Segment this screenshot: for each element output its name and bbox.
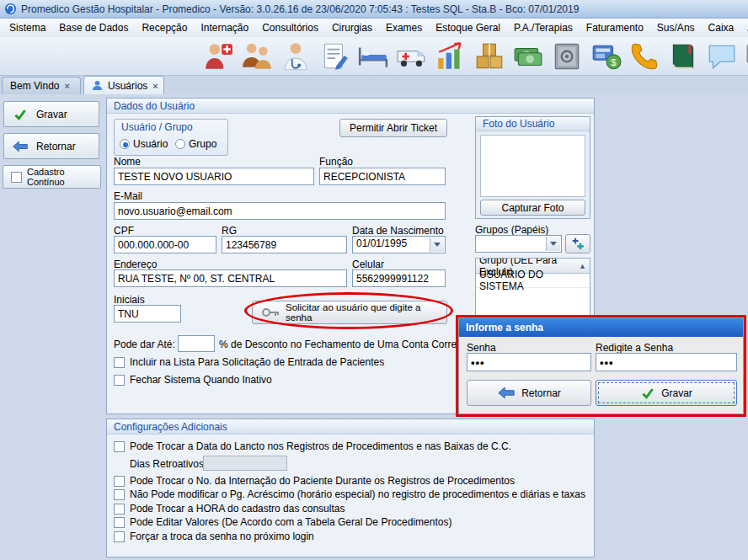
- reception-icon[interactable]: [241, 40, 273, 72]
- chevron-down-icon[interactable]: [430, 237, 444, 252]
- celular-label: Celular: [352, 259, 384, 270]
- funcao-input[interactable]: [319, 168, 446, 185]
- checkbox-box[interactable]: [114, 375, 125, 386]
- billing-icon[interactable]: [512, 40, 544, 72]
- menu-item-caixa[interactable]: Caixa: [706, 20, 737, 35]
- menu-item-sistema[interactable]: Sistema: [7, 20, 48, 35]
- checkbox-box[interactable]: [114, 517, 125, 528]
- checkbox-editar-valores[interactable]: Pode Editar Valores (De Acordo com a Tab…: [114, 516, 451, 528]
- permitir-abrir-ticket-button[interactable]: Permitir Abrir Ticket: [339, 119, 447, 137]
- menu-item-estoque-geral[interactable]: Estoque Geral: [433, 20, 503, 35]
- retornar-button[interactable]: Retornar: [3, 133, 99, 159]
- rg-input[interactable]: [222, 236, 347, 253]
- capturar-foto-label: Capturar Foto: [501, 202, 564, 214]
- checkbox-forcar-troca-senha[interactable]: Forçar a troca da senha no próximo login: [114, 531, 314, 542]
- cash-register-icon[interactable]: $: [590, 40, 622, 72]
- doctor-icon[interactable]: [280, 40, 312, 72]
- cadastro-continuo-label: Cadastro Contínuo: [27, 167, 93, 187]
- menu-item-internacao[interactable]: Internação: [198, 20, 251, 35]
- usuario-grupo-box: Usuário / Grupo Usuário Grupo: [114, 119, 228, 156]
- radio-dot[interactable]: [175, 139, 185, 149]
- checkbox-box[interactable]: [114, 531, 125, 542]
- nascimento-combo[interactable]: 01/01/1995: [352, 236, 446, 253]
- checkbox-box[interactable]: [11, 172, 22, 183]
- menu-item-sus-ans[interactable]: Sus/Ans: [654, 20, 697, 35]
- chevron-down-icon[interactable]: [546, 237, 560, 251]
- statistics-icon[interactable]: [435, 40, 467, 72]
- safe-icon[interactable]: [551, 40, 583, 72]
- endereco-input[interactable]: [114, 269, 347, 287]
- celular-input[interactable]: [352, 269, 446, 287]
- grupo-list: Grupo (DEL Para Excluir) ▲ USUÁRIO DO SI…: [475, 258, 590, 318]
- checkbox-trocar-data-lancto[interactable]: Pode Trocar a Data do Lancto nos Registr…: [114, 440, 511, 452]
- solicitar-senha-button[interactable]: Solicitar ao usuário que digite a senha: [252, 301, 447, 324]
- app-logo-icon: [4, 3, 17, 15]
- close-icon[interactable]: ×: [152, 81, 158, 91]
- radio-usuario-label: Usuário: [133, 138, 168, 150]
- chat-icon[interactable]: [706, 40, 738, 72]
- book-icon[interactable]: [667, 40, 699, 72]
- dialog-retornar-label: Retornar: [521, 387, 561, 399]
- gravar-button[interactable]: Gravar: [3, 101, 99, 127]
- close-icon[interactable]: ×: [64, 81, 69, 91]
- radio-usuario[interactable]: Usuário: [120, 138, 168, 150]
- checkbox-box[interactable]: [114, 357, 125, 368]
- tab-usuarios[interactable]: Usuários ×: [83, 76, 164, 94]
- bed-icon[interactable]: [357, 40, 389, 72]
- senha-input[interactable]: [467, 353, 591, 371]
- window-title: Promedico Gestão Hospitalar - Promedico …: [21, 3, 579, 15]
- nome-input[interactable]: [114, 168, 314, 185]
- dias-retroativos-input[interactable]: [203, 456, 287, 471]
- menu-item-administracao[interactable]: Administração: [745, 20, 748, 35]
- dados-usuario-caption: Dados do Usuário: [107, 99, 594, 114]
- permitir-ticket-label: Permitir Abrir Ticket: [350, 122, 437, 134]
- checkbox-box[interactable]: [114, 476, 125, 487]
- dialog-retornar-button[interactable]: Retornar: [467, 380, 591, 406]
- checkbox-incluir-lista[interactable]: Incluir na Lista Para Solicitação de Ent…: [114, 356, 384, 368]
- redigite-senha-input[interactable]: [596, 353, 737, 371]
- prescription-icon[interactable]: [318, 40, 350, 72]
- cpf-input[interactable]: [114, 236, 216, 253]
- desconto-input[interactable]: [178, 335, 215, 352]
- list-item[interactable]: USUÁRIO DO SISTEMA: [476, 274, 590, 288]
- phone-icon[interactable]: [628, 40, 660, 72]
- menu-item-consultorios[interactable]: Consultórios: [259, 20, 321, 35]
- plus-icon: [571, 237, 585, 251]
- checkbox-box[interactable]: [114, 489, 125, 500]
- dialog-gravar-button[interactable]: Gravar: [596, 380, 737, 406]
- radio-grupo[interactable]: Grupo: [175, 138, 216, 150]
- iniciais-input[interactable]: [114, 305, 181, 323]
- menu-item-cirurgias[interactable]: Cirurgias: [329, 20, 375, 35]
- config-title: Configurações Adicionais: [114, 421, 227, 433]
- ambulance-icon[interactable]: [396, 40, 428, 72]
- monitor-icon[interactable]: [745, 40, 748, 72]
- user-icon: [92, 80, 103, 91]
- menu-item-pa-terapias[interactable]: P.A./Terapias: [511, 20, 575, 35]
- checkbox-box[interactable]: [114, 441, 125, 452]
- checkbox-trocar-no-internacao[interactable]: Pode Trocar o No. da Internação do Pacie…: [114, 475, 515, 487]
- nascimento-value: 01/01/1995: [356, 237, 407, 249]
- menu-item-recepcao[interactable]: Recepção: [139, 20, 190, 35]
- add-grupo-button[interactable]: [565, 234, 590, 253]
- patients-icon[interactable]: [202, 40, 234, 72]
- stock-icon[interactable]: [473, 40, 505, 72]
- check-icon: [640, 387, 655, 400]
- configuracoes-adicionais-group: Configurações Adicionais Pode Trocar a D…: [106, 419, 595, 557]
- checkbox-label: Pode Editar Valores (De Acordo com a Tab…: [130, 516, 451, 528]
- checkbox-trocar-hora[interactable]: Pode Trocar a HORA do cadastro das consu…: [114, 503, 345, 515]
- checkbox-nao-modificar-acrescimo[interactable]: Não Pode modificar o Pg. Acréscimo (horá…: [114, 488, 585, 500]
- email-input[interactable]: [114, 202, 446, 220]
- grupos-papeis-combo[interactable]: [475, 235, 562, 253]
- checkbox-box[interactable]: [114, 504, 125, 515]
- foto-usuario-caption: Foto do Usuário: [476, 117, 590, 131]
- capturar-foto-button[interactable]: Capturar Foto: [480, 200, 585, 216]
- email-label: E-Mail: [114, 190, 142, 202]
- radio-dot[interactable]: [120, 139, 130, 149]
- menu-item-exames[interactable]: Exames: [383, 20, 425, 35]
- menu-item-faturamento[interactable]: Faturamento: [584, 20, 646, 35]
- checkbox-fechar-inativo[interactable]: Fechar Sistema Quando Inativo: [114, 374, 272, 386]
- menu-item-base-de-dados[interactable]: Base de Dados: [56, 20, 131, 35]
- gravar-label: Gravar: [36, 109, 67, 120]
- tab-bem-vindo[interactable]: Bem Vindo ×: [2, 77, 81, 94]
- cadastro-continuo-toggle[interactable]: Cadastro Contínuo: [3, 165, 101, 189]
